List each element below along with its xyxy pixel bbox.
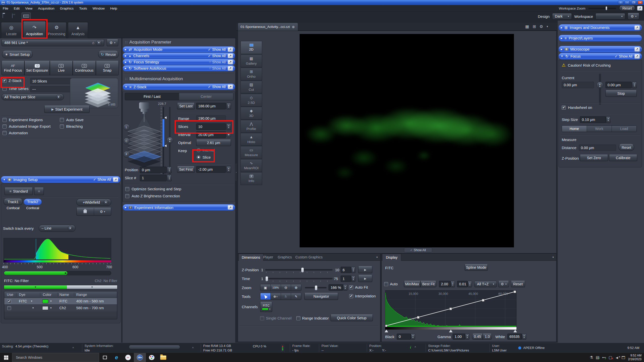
histogram-chart[interactable]: 15,000 30,000 45,000 60,000 [385,290,516,327]
zstack-position-spinner[interactable]: ▲▼ [167,137,173,144]
work-button[interactable]: Work [587,126,612,132]
zoom-fit-button[interactable]: ▣ [260,284,271,291]
set-zero-button[interactable]: Set Zero [580,155,608,161]
snap-button[interactable]: Snap [96,61,119,75]
single-channel-toggle[interactable]: Single Channel [260,316,292,320]
chevron-down-icon[interactable]: ▾ [376,256,378,258]
find-focus-button[interactable]: AF Find Focus [2,61,24,75]
imaging-setup-show-all[interactable]: ✓Show All [93,177,111,182]
tab-dimensions[interactable]: Dimensions [238,254,263,261]
section-focus-strategy[interactable]: ▶ ↻ Focus Strategy □Show All ↗ [123,59,235,65]
experiment-regions-checkbox[interactable] [3,118,7,122]
chevron-down-icon[interactable]: ▾ [552,256,554,258]
view-tab-info[interactable]: iInfo [240,172,262,185]
time-slider[interactable] [265,278,333,279]
auto-z-brightness-checkbox[interactable] [125,194,129,198]
tab-custom-graphics[interactable]: Custom Graphics [292,254,326,261]
bestfit-high-spinner[interactable] [468,281,472,287]
handwheel-checkbox[interactable]: ✓ [562,106,566,110]
zoom-value-field[interactable]: 166 % [329,284,343,291]
popout-icon[interactable]: ↗ [228,205,233,210]
color-picker-tool-button[interactable]: ✎ [291,293,301,300]
single-channel-checkbox[interactable] [260,316,264,320]
popout-icon[interactable]: ↗ [228,66,233,71]
auto-save-toggle[interactable]: Auto Save [60,118,84,122]
bestfit-low-spinner[interactable] [451,281,455,287]
scaling-expand-caret[interactable]: ^ [72,346,74,350]
popout-icon[interactable]: ↗ [634,47,640,52]
auto-fit-checkbox[interactable]: ✓ [349,285,353,289]
progress-expand-caret[interactable]: ^ [192,346,194,350]
automated-image-export-toggle[interactable]: Automated Image Export [3,124,51,128]
track1-button[interactable]: Track1 [4,199,23,205]
view-tab-measure[interactable]: ▭Measure [240,146,262,159]
calibrate-button[interactable]: Calibrate [609,155,637,161]
section-channels[interactable]: ▶ ▲ Channels ✓Show All ↗ [123,53,235,59]
experiment-regions-toggle[interactable]: Experiment Regions [3,118,43,122]
tab-locate[interactable]: ◎ Locate [1,22,22,38]
collapsed-arrow-icon[interactable]: ▶ [561,26,562,29]
split-view-icon[interactable]: ⊞ [533,24,536,29]
automation-toggle[interactable]: Automation [3,131,28,135]
view-tab-histo[interactable]: ▲Histo [240,133,262,146]
dye-select[interactable]: FITC▼ [16,299,40,303]
black-point-handle[interactable] [385,330,388,332]
first-position-spinner[interactable] [226,166,231,173]
collapsed-arrow-icon[interactable]: ▶ [561,48,562,51]
experiment-selector[interactable]: 488 561 Line * ⌂ ▼ [2,39,104,46]
auto-toggle[interactable]: Auto [384,282,398,286]
zoom-slider[interactable] [305,287,327,288]
taskbar-paint[interactable] [146,353,157,362]
menu-help[interactable]: Help [107,7,120,10]
stop-button[interactable]: Stop [606,90,637,97]
bestfit-low-field[interactable]: 2.00 [439,281,451,287]
imaging-setup-header[interactable]: ▼ ⊞ Imaging Setup ✓Show All ↗ [1,176,120,183]
popout-icon[interactable]: ↗ [113,177,118,182]
tab-analysis[interactable]: ▲ Analysis [68,22,88,38]
set-last-button[interactable]: Set Last [177,103,195,109]
position-field[interactable]: 0 µm [140,167,167,173]
track2-button[interactable]: Track2 [24,199,42,205]
show-all-toggle[interactable]: ✓Show All [208,48,226,52]
save-button[interactable] [12,14,13,18]
popout-icon[interactable]: ↗ [228,54,233,58]
view-tab-ortho[interactable]: ⊞Ortho [240,68,262,80]
marker-first[interactable]: F [123,151,130,158]
range-indicator-checkbox[interactable] [296,316,300,320]
color-select[interactable]: ▼ [40,306,58,310]
menu-file[interactable]: File [0,7,11,10]
optimal-button[interactable]: 2.61 µm [196,140,231,146]
volume-muted-tray-icon[interactable]: ◄✕ [615,355,619,360]
menu-view[interactable]: View [22,7,35,10]
zstack-range-track[interactable] [163,107,164,174]
black-spinner[interactable] [411,334,415,340]
standard-mode-button[interactable]: ≡ Standard [5,188,33,195]
step-size-field[interactable]: 0.10 µm [580,116,606,123]
home-button[interactable]: Home [562,126,587,132]
bestfit-button[interactable]: Best Fit [420,281,436,287]
last-position-field[interactable]: 188.00 µm [196,103,226,109]
microscope-tray-icon[interactable]: ⚗ [590,355,593,360]
design-select[interactable]: Dark▾ [552,13,572,20]
popout-icon[interactable]: ↗ [634,54,640,59]
view-tab-profile[interactable]: ⋀Profile [240,120,262,133]
expanded-arrow-icon[interactable]: ▼ [561,55,563,58]
marker-center[interactable]: C [123,138,130,144]
table-row-fitc[interactable]: ✓ FITC▼ ▼ FITC 400 nm - 580 nm [4,298,117,305]
bestfit-high-field[interactable]: 0.01 [457,281,468,287]
auto-z-brightness-toggle[interactable]: Auto Z Brightness Correction [125,194,180,198]
zposition-spinner[interactable] [351,267,355,273]
target-position-field[interactable]: 0.00 µm [606,82,632,88]
range-indicator-toggle[interactable]: Range Indicator [296,316,329,320]
menu-edit[interactable]: Edit [11,7,22,10]
tab-graphics[interactable]: Graphics [275,254,295,261]
collapsed-arrow-icon[interactable]: ▶ [125,67,127,70]
maximize-button[interactable]: ❐ [631,1,636,4]
fitc-channel-chip[interactable]: FITC ▾ [260,302,272,312]
slice-number-spinner[interactable] [167,175,172,181]
section-images-documents[interactable]: ▶ ⊞ Images and Documents ↗ [558,24,642,31]
gamma-045-button[interactable]: 0.45 [472,334,483,340]
add-widefield-select[interactable]: +Widefield ▼ [76,199,111,206]
menu-acquisition[interactable]: Acquisition [35,7,57,10]
task-view-button[interactable] [99,353,111,362]
